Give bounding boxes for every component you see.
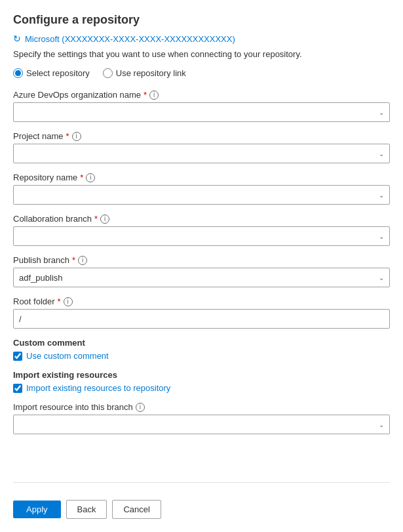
root-folder-group: Root folder * i [13, 297, 390, 329]
repo-name-label: Repository name * i [13, 173, 390, 182]
apply-button[interactable]: Apply [13, 501, 61, 518]
repo-name-dropdown[interactable]: ⌄ [13, 185, 390, 205]
publish-branch-value: adf_publish [19, 273, 63, 283]
publish-branch-group: Publish branch * i adf_publish ⌄ [13, 255, 390, 287]
org-name-required: * [144, 90, 147, 100]
use-custom-comment-option[interactable]: Use custom comment [13, 351, 390, 361]
import-resources-option[interactable]: Import existing resources to repository [13, 383, 390, 393]
page-title: Configure a repository [13, 13, 390, 27]
publish-branch-chevron-icon: ⌄ [379, 274, 384, 281]
use-repository-link-label: Use repository link [116, 68, 186, 78]
import-branch-label: Import resource into this branch i [13, 402, 390, 412]
org-name-dropdown[interactable]: ⌄ [13, 102, 390, 122]
collab-branch-chevron-icon: ⌄ [379, 233, 384, 240]
repo-name-required: * [80, 173, 83, 182]
collab-branch-label: Collaboration branch * i [13, 214, 390, 224]
root-folder-required: * [58, 297, 61, 306]
project-name-dropdown[interactable]: ⌄ [13, 144, 390, 163]
import-resources-label: Import existing resources to repository [26, 383, 170, 393]
repo-name-chevron-icon: ⌄ [379, 192, 384, 199]
project-name-info-icon[interactable]: i [72, 132, 81, 141]
org-name-info-icon[interactable]: i [149, 91, 159, 100]
org-name-label: Azure DevOps organization name * i [13, 90, 390, 100]
custom-comment-heading: Custom comment [13, 338, 390, 348]
collab-branch-dropdown[interactable]: ⌄ [13, 226, 390, 246]
use-repository-link-radio[interactable] [103, 68, 113, 78]
import-resources-heading: Import existing resources [13, 370, 390, 380]
repo-name-info-icon[interactable]: i [86, 173, 95, 182]
import-resources-checkbox[interactable] [13, 384, 22, 393]
publish-branch-label: Publish branch * i [13, 255, 390, 265]
use-custom-comment-label: Use custom comment [26, 351, 109, 361]
repository-type-radio-group: Select repository Use repository link [13, 68, 390, 78]
import-resources-group: Import existing resources Import existin… [13, 370, 390, 393]
publish-branch-info-icon[interactable]: i [78, 256, 87, 265]
org-name-chevron-icon: ⌄ [379, 109, 384, 116]
root-folder-input[interactable] [13, 309, 390, 329]
import-branch-chevron-icon: ⌄ [379, 421, 384, 428]
collab-branch-group: Collaboration branch * i ⌄ [13, 214, 390, 246]
publish-branch-dropdown[interactable]: adf_publish ⌄ [13, 268, 390, 287]
use-repository-link-option[interactable]: Use repository link [103, 68, 186, 78]
back-button[interactable]: Back [66, 500, 107, 519]
org-name-group: Azure DevOps organization name * i ⌄ [13, 90, 390, 122]
use-custom-comment-checkbox[interactable] [13, 352, 22, 361]
custom-comment-group: Custom comment Use custom comment [13, 338, 390, 361]
root-folder-label: Root folder * i [13, 297, 390, 306]
cancel-button[interactable]: Cancel [112, 500, 161, 519]
collab-branch-required: * [94, 214, 98, 224]
select-repository-radio[interactable] [13, 68, 23, 78]
publish-branch-required: * [72, 255, 75, 265]
footer-divider [13, 482, 390, 483]
root-folder-info-icon[interactable]: i [64, 297, 73, 306]
refresh-icon: ↻ [13, 33, 21, 44]
select-repository-option[interactable]: Select repository [13, 68, 90, 78]
repo-name-group: Repository name * i ⌄ [13, 173, 390, 205]
import-branch-dropdown[interactable]: ⌄ [13, 415, 390, 434]
select-repository-label: Select repository [26, 68, 90, 78]
footer: Apply Back Cancel [13, 493, 390, 519]
project-name-chevron-icon: ⌄ [379, 150, 384, 157]
collab-branch-info-icon[interactable]: i [100, 215, 109, 224]
import-branch-group: Import resource into this branch i ⌄ [13, 402, 390, 434]
description-text: Specify the settings that you want to us… [13, 49, 390, 59]
project-name-group: Project name * i ⌄ [13, 131, 390, 163]
project-name-label: Project name * i [13, 131, 390, 141]
project-name-required: * [66, 131, 69, 141]
import-branch-info-icon[interactable]: i [136, 403, 145, 412]
tenant-name: Microsoft (XXXXXXXX-XXXX-XXXX-XXXXXXXXXX… [25, 34, 235, 44]
